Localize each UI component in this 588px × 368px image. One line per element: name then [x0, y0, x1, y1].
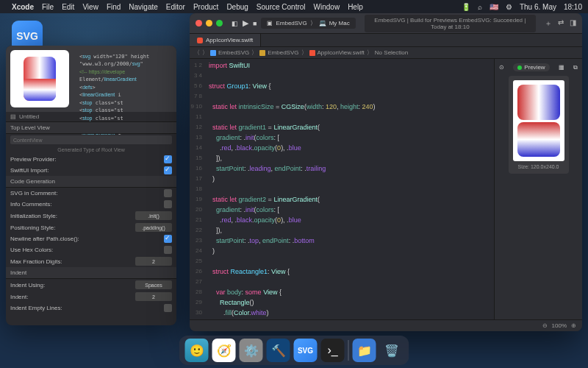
select-control[interactable]: 2: [135, 257, 172, 266]
menubar: Xcode File Edit View Find Navigate Edito…: [0, 0, 588, 13]
line-gutter: 1 2 3 4 5 6 7 8 9 10 11 12 13 14 15 16 1…: [190, 59, 206, 319]
dock-downloads[interactable]: 📁: [353, 339, 376, 362]
menu-find[interactable]: Find: [107, 3, 121, 11]
setting-row: Indent Empty Lines:: [6, 302, 176, 314]
menu-edit[interactable]: Edit: [62, 3, 74, 11]
section-codegen: Code Generation: [6, 176, 176, 188]
canvas-size-label: Size: 120.0x240.0: [513, 164, 564, 169]
canvas-pin-icon[interactable]: ⊙: [499, 64, 504, 71]
svg-preview[interactable]: [10, 50, 69, 107]
menu-help[interactable]: Help: [348, 3, 363, 11]
setting-row: Indent:2: [6, 291, 176, 302]
swift-file-icon: [197, 38, 203, 43]
dock-safari[interactable]: 🧭: [212, 339, 236, 362]
checkbox[interactable]: [164, 235, 172, 243]
battery-icon[interactable]: 🔋: [462, 3, 470, 11]
window-controls[interactable]: [196, 20, 223, 26]
setting-row: Use Hex Colors:: [6, 244, 176, 255]
setting-label: SwiftUI Import:: [10, 167, 49, 174]
setting-label: SVG in Comment:: [10, 190, 57, 197]
setting-row: Info Comments:: [6, 199, 176, 210]
menubar-date[interactable]: Thu 6. May: [520, 3, 556, 11]
wifi-icon[interactable]: ⌕: [478, 3, 482, 11]
setting-row: Preview Provider:: [6, 154, 176, 165]
select-control[interactable]: Spaces: [135, 280, 172, 289]
checkbox[interactable]: [164, 304, 172, 312]
doc-icon: ▤: [10, 113, 16, 120]
svg-source-snippet[interactable]: <svg width="120" height"www.w3.org/2000/…: [75, 50, 154, 107]
setting-label: Initialization Style:: [10, 213, 57, 219]
stop-button[interactable]: ■: [253, 20, 257, 27]
checkbox[interactable]: [164, 200, 172, 208]
nav-fwd-icon[interactable]: 〉: [202, 49, 208, 57]
setting-row: Initialization Style:.init(): [6, 210, 176, 222]
preview-canvas: ⊙ Preview ▦ ⧉ Size: 120.0x240.0: [494, 59, 582, 319]
svgshaper-window: <svg width="120" height"www.w3.org/2000/…: [6, 46, 176, 325]
menu-debug[interactable]: Debug: [226, 3, 248, 11]
section-toplevel: Top Level View: [6, 122, 176, 134]
editor-footer: ⊖ 100% ⊕: [190, 319, 582, 331]
menu-navigate[interactable]: Navigate: [129, 3, 157, 11]
setting-label: Newline after Path.close():: [10, 236, 79, 242]
menu-view[interactable]: View: [82, 3, 98, 11]
sidebar-toggle-icon[interactable]: ◧: [232, 20, 238, 27]
nav-back-icon[interactable]: 〈: [194, 49, 200, 57]
code-editor[interactable]: 1 2 3 4 5 6 7 8 9 10 11 12 13 14 15 16 1…: [190, 59, 494, 319]
dock-xcode[interactable]: 🔨: [267, 339, 290, 362]
run-button[interactable]: ▶: [243, 18, 248, 28]
menu-editor[interactable]: Editor: [166, 3, 185, 11]
section-indent: Indent: [6, 267, 176, 279]
zoom-level[interactable]: 100%: [552, 322, 567, 329]
root-view-input[interactable]: [10, 135, 172, 144]
setting-label: Indent Using:: [10, 282, 45, 289]
tab-appiconview[interactable]: AppIconView.swift: [190, 34, 261, 46]
select-control[interactable]: .init(): [135, 211, 172, 220]
canvas-preview-pill[interactable]: Preview: [513, 63, 549, 71]
setting-row: SVG in Comment:: [6, 188, 176, 199]
inspectors-toggle-icon[interactable]: ◨: [570, 18, 576, 29]
zoom-in-icon[interactable]: ⊕: [571, 322, 576, 329]
menubar-time[interactable]: 18:10: [564, 3, 582, 11]
canvas-frame[interactable]: Size: 120.0x240.0: [509, 76, 569, 174]
doc-title: Untitled: [19, 113, 39, 120]
flag-icon[interactable]: 🇺🇸: [490, 3, 498, 11]
xcode-toolbar: ◧ ▶ ■ ▣EmbedSVG〉💻My Mac EmbedSVG | Build…: [190, 13, 582, 34]
control-center-icon[interactable]: ⚙: [506, 3, 512, 11]
setting-label: Indent Empty Lines:: [10, 305, 62, 311]
canvas-device-icon[interactable]: ▦: [559, 64, 564, 71]
setting-label: Use Hex Colors:: [10, 247, 53, 253]
checkbox[interactable]: [164, 155, 172, 163]
checkbox[interactable]: [164, 189, 172, 197]
scheme-selector[interactable]: ▣EmbedSVG〉💻My Mac: [261, 18, 355, 29]
setting-row: Max Fraction Digits:2: [6, 255, 176, 267]
dock-finder[interactable]: 🙂: [185, 339, 209, 362]
zoom-out-icon[interactable]: ⊖: [542, 322, 548, 329]
menu-product[interactable]: Product: [193, 3, 218, 11]
library-icon[interactable]: ＋: [545, 18, 552, 29]
dock-settings[interactable]: ⚙️: [240, 339, 263, 362]
setting-label: Positioning Style:: [10, 224, 55, 231]
select-control[interactable]: .padding(): [135, 223, 172, 232]
dock-terminal[interactable]: ›_: [321, 339, 345, 362]
menu-sourcecontrol[interactable]: Source Control: [257, 3, 306, 11]
setting-row: Positioning Style:.padding(): [6, 222, 176, 233]
activity-status: EmbedSVG | Build for Previews EmbedSVG: …: [365, 15, 536, 32]
menu-app[interactable]: Xcode: [12, 3, 34, 11]
select-control[interactable]: 2: [135, 292, 172, 301]
xcode-window: ◧ ▶ ■ ▣EmbedSVG〉💻My Mac EmbedSVG | Build…: [190, 13, 582, 331]
dock-svgshaper[interactable]: SVG: [294, 339, 318, 362]
setting-label: Info Comments:: [10, 201, 51, 208]
dock-trash[interactable]: 🗑️: [380, 339, 404, 362]
checkbox[interactable]: [164, 246, 172, 254]
setting-label: Max Fraction Digits:: [10, 258, 62, 265]
checkbox[interactable]: [164, 166, 172, 174]
editor-tabs: AppIconView.swift: [190, 34, 582, 47]
root-view-sub: Generated Type of Root View: [6, 146, 176, 154]
menu-window[interactable]: Window: [314, 3, 340, 11]
setting-row: SwiftUI Import:: [6, 165, 176, 176]
code-content[interactable]: import SwiftUI struct Group1: View { sta…: [206, 59, 494, 319]
menu-file[interactable]: File: [42, 3, 54, 11]
canvas-duplicate-icon[interactable]: ⧉: [573, 64, 578, 71]
jump-bar[interactable]: 〈 〉 EmbedSVG〉 EmbedSVG〉 AppIconView.swif…: [190, 47, 582, 59]
code-review-icon[interactable]: ⇄: [558, 18, 564, 29]
